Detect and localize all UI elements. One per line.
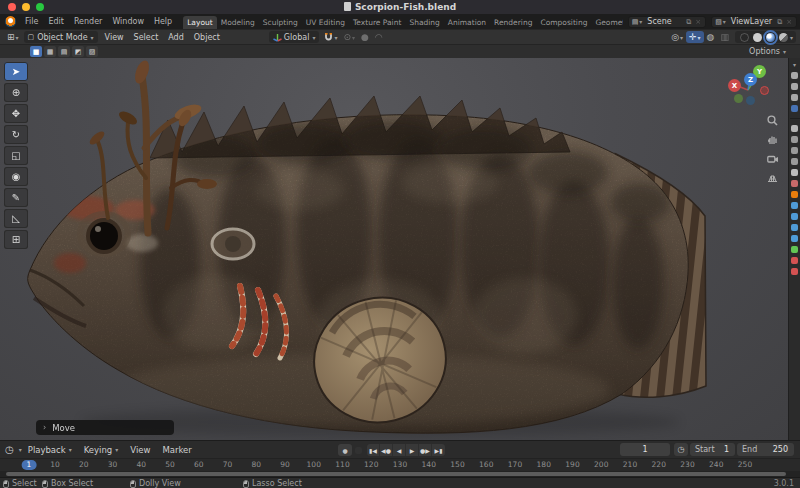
tool-move[interactable]: ✥ [4, 104, 28, 123]
options-dropdown[interactable]: Options▾ [749, 47, 786, 56]
keying-menu[interactable]: Keying▾ [78, 445, 125, 455]
properties-tab-material[interactable] [791, 257, 798, 264]
properties-tab-tool[interactable] [791, 125, 798, 132]
frame-end-field[interactable]: End250 [737, 443, 794, 456]
tool-scale[interactable]: ◱ [4, 146, 28, 165]
viewport-menu-item[interactable]: View [100, 33, 129, 42]
properties-tab-object[interactable] [791, 191, 798, 198]
current-frame-field[interactable]: 1 [620, 443, 670, 456]
viewport-menu-item[interactable]: Select [129, 33, 164, 42]
editor-type-button[interactable]: ⊞▾ [4, 32, 22, 42]
properties-tab-particles[interactable] [791, 213, 798, 220]
properties-tab-viewlayer[interactable] [791, 158, 798, 165]
new-viewlayer-button[interactable]: ⧉ [775, 18, 784, 26]
play-reverse-button[interactable]: ◀ [393, 444, 406, 456]
workspace-tab[interactable]: Rendering [490, 16, 536, 29]
menu-item[interactable]: Help [149, 17, 177, 26]
shading-rendered-button[interactable] [779, 33, 788, 42]
new-scene-button[interactable]: ⧉ [684, 18, 693, 26]
properties-tab-constraints[interactable] [791, 235, 798, 242]
mode-set[interactable]: ■ [30, 46, 42, 57]
viewlayer-selector[interactable]: ▧ ▾ ViewLayer ⧉ × [711, 16, 797, 28]
shading-wireframe-button[interactable] [740, 33, 749, 42]
workspace-tab[interactable]: Layout [183, 16, 217, 29]
navigation-gizmo[interactable]: X Y Z [726, 64, 772, 110]
shading-options-dropdown[interactable]: ▾ [790, 34, 793, 41]
proportional-falloff-button[interactable]: ◠ [372, 32, 386, 42]
workspace-tab[interactable]: Texture Paint [349, 16, 405, 29]
tool-measure[interactable]: ◺ [4, 209, 28, 228]
toggle-xray-button[interactable]: ▥ [717, 32, 732, 42]
gizmo-axis-x[interactable]: X [728, 79, 741, 92]
viewport-menu-item[interactable]: Object [189, 33, 225, 42]
next-keyframe-button[interactable]: ●▶ [419, 444, 432, 456]
properties-tab-world[interactable] [791, 180, 798, 187]
shading-material-preview-button[interactable] [766, 33, 775, 42]
close-viewlayer-button[interactable]: × [784, 18, 794, 26]
properties-tab-texture[interactable] [791, 268, 798, 275]
tool-annotate[interactable]: ✎ [4, 188, 28, 207]
workspace-tab[interactable]: Geometry Nodes [591, 16, 622, 29]
playback-menu[interactable]: Playback▾ [22, 445, 78, 455]
mode-invert[interactable]: ◩ [72, 46, 84, 57]
record-button[interactable]: ● [338, 444, 352, 456]
pan-view-icon[interactable] [766, 133, 779, 146]
timeline-ruler[interactable]: 1 10203040506070809010011012013014015016… [0, 458, 800, 471]
zoom-view-icon[interactable] [766, 114, 779, 127]
jump-to-start-button[interactable]: ▮◀ [367, 444, 380, 456]
close-scene-button[interactable]: × [693, 18, 703, 26]
workspace-tab[interactable]: Animation [444, 16, 490, 29]
workspace-tab[interactable]: Modeling [217, 16, 259, 29]
snap-toggle-button[interactable]: ⊙▾ [340, 32, 358, 42]
outliner-item-active[interactable] [791, 105, 798, 112]
proportional-editing-button[interactable]: ● [358, 32, 372, 42]
frame-start-field[interactable]: Start1 [690, 443, 735, 456]
gizmo-axis-y-negative[interactable] [734, 94, 743, 103]
jump-to-end-button[interactable]: ▶▮ [432, 444, 445, 456]
right-editor-strip[interactable]: ▾ [788, 58, 800, 440]
timeline-view-menu[interactable]: View [124, 445, 156, 455]
tool-transform[interactable]: ◉ [4, 167, 28, 186]
mode-subtract[interactable]: ▤ [58, 46, 70, 57]
menu-item[interactable]: Window [107, 17, 149, 26]
properties-tab-scene[interactable] [791, 169, 798, 176]
perspective-toggle-icon[interactable] [766, 171, 779, 184]
workspace-tab[interactable]: Shading [405, 16, 443, 29]
outliner-item[interactable] [791, 83, 798, 90]
show-overlays-button[interactable]: ◍ [704, 32, 718, 42]
horizontal-scrollbar[interactable] [6, 472, 786, 476]
properties-tab-render[interactable] [791, 136, 798, 143]
blender-logo-icon[interactable] [5, 16, 16, 27]
tool-rotate[interactable]: ↻ [4, 125, 28, 144]
prev-keyframe-button[interactable]: ◀● [380, 444, 393, 456]
properties-tab-data[interactable] [791, 246, 798, 253]
menu-item[interactable]: Render [69, 17, 107, 26]
properties-tab-physics[interactable] [791, 224, 798, 231]
gizmo-axis-z-negative[interactable] [746, 96, 755, 105]
gizmo-axis-z[interactable]: Z [744, 73, 757, 86]
workspace-tab[interactable]: UV Editing [302, 16, 349, 29]
mode-dropdown[interactable]: ▢ Object Mode▾ [24, 31, 98, 43]
workspace-tab[interactable]: Compositing [536, 16, 591, 29]
3d-viewport[interactable]: ➤⊕✥↻◱◉✎◺⊞ X Y Z [0, 58, 788, 440]
mode-intersect[interactable]: ▨ [86, 46, 98, 57]
transform-orientation-dropdown[interactable]: Global▾ [269, 31, 320, 43]
tool-cursor[interactable]: ⊕ [4, 83, 28, 102]
object-type-visibility-button[interactable]: ◎▾ [668, 32, 686, 42]
outliner-item[interactable] [791, 94, 798, 101]
editor-type-chevron-icon[interactable]: ▾ [793, 61, 796, 68]
auto-keying-set-button[interactable] [355, 447, 362, 454]
menu-item[interactable]: File [20, 17, 43, 26]
timeline-marker-menu[interactable]: Marker [156, 445, 197, 455]
scorpion-fish-model[interactable] [0, 58, 788, 440]
viewport-menu-item[interactable]: Add [163, 33, 189, 42]
menu-item[interactable]: Edit [43, 17, 69, 26]
properties-tab-modifiers[interactable] [791, 202, 798, 209]
playhead-badge[interactable]: 1 [22, 460, 37, 470]
properties-tab-output[interactable] [791, 147, 798, 154]
use-preview-range-button[interactable]: ◷ [674, 443, 688, 456]
gizmo-axis-x-negative[interactable] [760, 86, 769, 95]
operator-panel-move[interactable]: › Move [36, 420, 174, 435]
camera-view-icon[interactable] [766, 152, 779, 165]
snap-target-button[interactable]: ▾ [321, 32, 340, 42]
